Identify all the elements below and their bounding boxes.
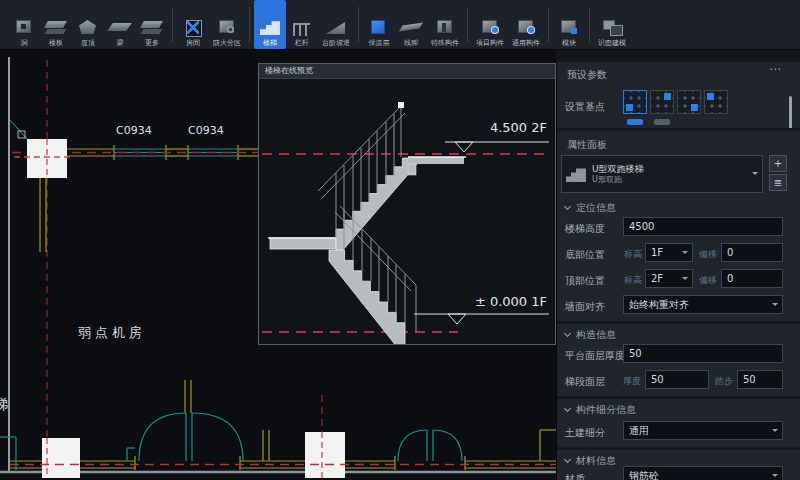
material-section-title: 材料信息	[576, 455, 616, 466]
insulation-icon	[367, 18, 391, 37]
room-name-label: 弱点机房	[78, 324, 146, 342]
panel-more-button[interactable]: ⋯	[769, 62, 781, 76]
ribbon-toolbar: 洞 楼板 屋顶 梁 更多 房间 防火分区 楼梯 栏杆	[0, 0, 800, 50]
chevron-down-icon	[752, 172, 758, 178]
partial-stair-label: 梯	[0, 396, 8, 414]
bottom-offset-input[interactable]: 0	[721, 243, 783, 262]
roof-button[interactable]: 屋顶	[72, 0, 104, 49]
base-point-option-4[interactable]	[704, 90, 728, 114]
bottom-level-select[interactable]: 1F	[645, 243, 693, 262]
base-point-option-2[interactable]	[650, 90, 674, 114]
more-button[interactable]: 更多	[136, 0, 168, 49]
hole-button[interactable]: 洞	[8, 0, 40, 49]
material-section-header[interactable]: 材料信息	[565, 454, 616, 468]
module-button[interactable]: 模块	[553, 0, 585, 49]
flight-thickness-input[interactable]: 50	[645, 370, 709, 389]
fire-zone-button[interactable]: 防火分区	[209, 0, 245, 49]
module-icon	[557, 18, 581, 37]
window-tag-2: C0934	[188, 124, 224, 137]
stairs-icon	[258, 18, 282, 37]
toolbar-group-module: 模块	[553, 0, 585, 49]
hole-icon	[12, 18, 36, 37]
wall-align-select[interactable]: 始终构重对齐	[623, 295, 783, 314]
insulation-label: 保温层	[369, 39, 390, 47]
app-window: { "toolbar": { "groups": [ {"items": [ {…	[0, 0, 800, 480]
panel-scrollbar[interactable]	[789, 96, 792, 130]
chevron-down-icon	[682, 277, 688, 283]
chevron-down-icon	[772, 303, 778, 309]
flight-step-input[interactable]: 50	[737, 370, 783, 389]
chevron-down-icon	[564, 405, 571, 412]
popup-title[interactable]: 楼梯在线预览	[259, 64, 555, 79]
elevation-lower-label: ± 0.000 1F	[417, 294, 547, 309]
section-divider	[557, 447, 800, 450]
generic-component-label: 通用构件	[512, 39, 540, 47]
stair-preview-body: 4.500 2F ± 0.000 1F	[259, 79, 555, 344]
section-divider	[557, 396, 800, 399]
generic-component-icon	[514, 18, 538, 37]
top-offset-input[interactable]: 0	[721, 269, 783, 288]
flight-step-tag: 踏步	[715, 375, 733, 388]
stair-height-input[interactable]: 4500	[623, 217, 783, 236]
stair-type-dropdown[interactable]: U型双跑楼梯 U形双跑	[561, 155, 763, 193]
civil-subdivision-select[interactable]: 通用	[623, 421, 783, 440]
room-button[interactable]: 房间	[177, 0, 209, 49]
positioning-section-title: 定位信息	[576, 202, 616, 213]
stair-preview-popup[interactable]: 楼梯在线预览	[258, 63, 556, 345]
platform-thickness-input[interactable]: 50	[623, 344, 783, 363]
toolbar-separator	[589, 7, 590, 42]
elevation-upper-label: 4.500 2F	[429, 120, 547, 135]
project-component-button[interactable]: 项目构件	[472, 0, 508, 49]
railing-icon	[290, 18, 314, 37]
railing-label: 栏杆	[295, 39, 309, 47]
positioning-section-header[interactable]: 定位信息	[565, 201, 616, 215]
railing-button[interactable]: 栏杆	[286, 0, 318, 49]
layout-option-gray-bar[interactable]	[654, 119, 670, 125]
beam-label: 梁	[117, 39, 124, 47]
top-level-select[interactable]: 2F	[645, 269, 693, 288]
drawing-recognition-button[interactable]: 识图建模	[594, 0, 630, 49]
steps-ramp-button[interactable]: 台阶坡道	[318, 0, 354, 49]
insulation-button[interactable]: 保温层	[363, 0, 395, 49]
chevron-down-icon	[772, 474, 778, 480]
section-divider	[557, 321, 800, 324]
wall-align-value: 始终构重对齐	[629, 299, 689, 310]
bottom-level-tag: 标高	[624, 248, 642, 261]
beam-button[interactable]: 梁	[104, 0, 136, 49]
base-point-dot	[691, 104, 698, 111]
toolbar-separator	[467, 7, 468, 42]
type-list-button[interactable]: ≣	[769, 174, 787, 191]
slab-button[interactable]: 楼板	[40, 0, 72, 49]
stair-type-name: U型双跑楼梯	[592, 164, 758, 175]
top-level-tag: 标高	[624, 274, 642, 287]
base-point-dot	[707, 93, 714, 100]
fire-zone-label: 防火分区	[213, 39, 241, 47]
stairs-button[interactable]: 楼梯	[254, 0, 286, 49]
special-component-icon	[433, 18, 457, 37]
special-component-button[interactable]: 特殊构件	[427, 0, 463, 49]
chevron-down-icon	[564, 456, 571, 463]
stair-type-sub: U形双跑	[592, 175, 758, 185]
platform-thickness-label: 平台面层厚度	[565, 349, 625, 363]
chevron-down-icon	[564, 330, 571, 337]
base-point-option-3[interactable]	[677, 90, 701, 114]
project-component-label: 项目构件	[476, 39, 504, 47]
layout-option-blue-bar[interactable]	[627, 119, 643, 125]
base-point-option-1[interactable]	[623, 90, 647, 114]
base-point-dot	[626, 104, 633, 111]
toolbar-group-components: 项目构件 通用构件	[472, 0, 544, 49]
subdivision-section-header[interactable]: 构件细分信息	[565, 403, 636, 417]
module-label: 模块	[562, 39, 576, 47]
fire-zone-icon	[215, 18, 239, 37]
beam-icon	[108, 18, 132, 37]
generic-component-button[interactable]: 通用构件	[508, 0, 544, 49]
material-value: 钢筋砼	[629, 470, 659, 480]
molding-button[interactable]: 线脚	[395, 0, 427, 49]
toolbar-separator	[172, 7, 173, 42]
construction-section-header[interactable]: 构造信息	[565, 328, 616, 342]
add-type-button[interactable]: +	[769, 155, 787, 172]
material-select[interactable]: 钢筋砼	[623, 466, 783, 480]
wall-align-label: 墙面对齐	[565, 300, 605, 314]
molding-icon	[399, 18, 423, 37]
slab-icon	[44, 18, 68, 37]
